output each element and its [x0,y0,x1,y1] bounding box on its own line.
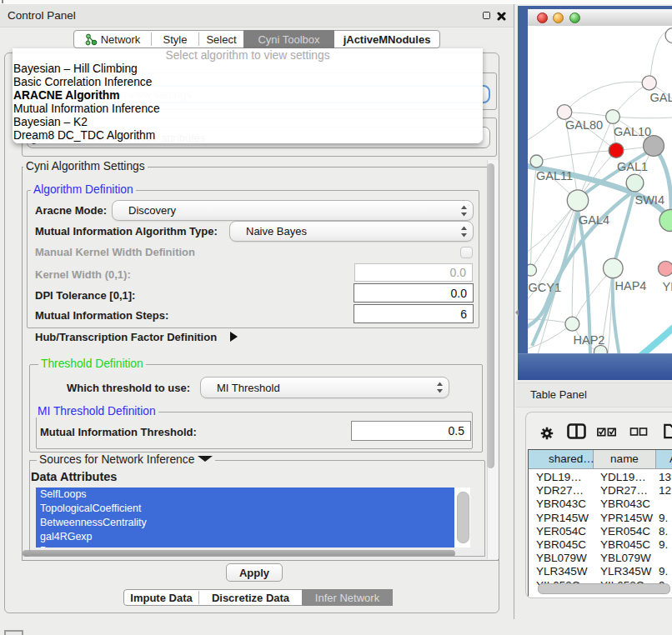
svg-text:GAL7: GAL7 [650,91,672,104]
svg-text:YB: YB [663,280,672,293]
svg-text:GAL4: GAL4 [579,213,609,227]
svg-text:GAL1: GAL1 [617,160,648,173]
svg-text:GAL11: GAL11 [536,169,573,182]
svg-text:SWI4: SWI4 [635,193,664,207]
svg-text:GCY1: GCY1 [529,281,562,294]
svg-text:GAL10: GAL10 [614,125,651,138]
svg-text:HAP4: HAP4 [615,279,647,292]
svg-text:GAL80: GAL80 [565,118,603,132]
svg-text:HAP2: HAP2 [574,333,605,347]
